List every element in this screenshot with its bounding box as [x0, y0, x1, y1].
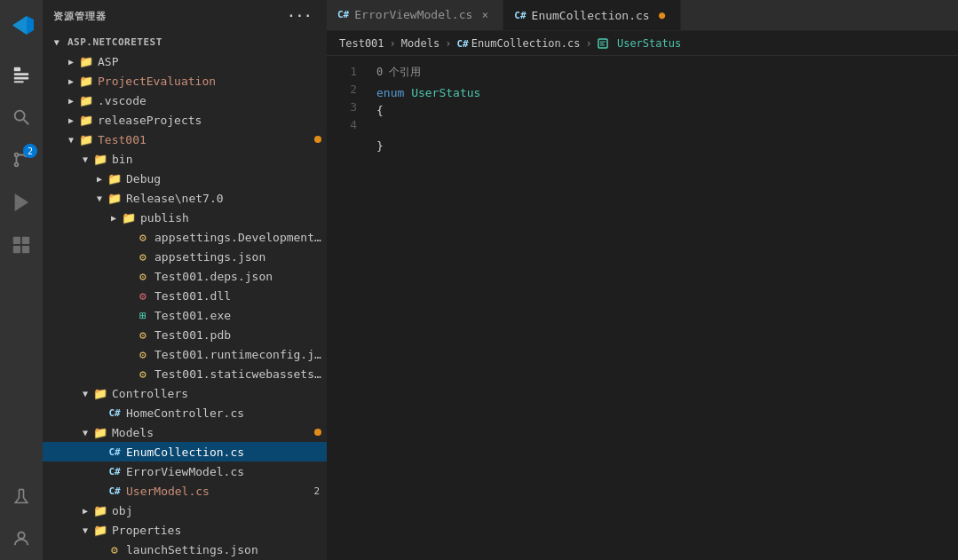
tab-enumcollection-close[interactable] [655, 8, 669, 22]
enum-keyword: enum [376, 86, 404, 99]
tree-item-errorviewmodel[interactable]: C# ErrorViewModel.cs [43, 461, 327, 481]
static-label: Test001.staticwebassets.runtime.json [154, 367, 327, 381]
breadcrumb-models[interactable]: Models [401, 37, 439, 50]
tree-item-pdb[interactable]: ⚙ Test001.pdb [43, 325, 327, 344]
search-icon[interactable] [0, 96, 43, 138]
properties-label: Properties [112, 524, 327, 537]
appsettings-label: appsettings.json [154, 250, 327, 264]
tree-item-bin[interactable]: 📁 bin [43, 149, 327, 169]
deps-icon: ⚙ [135, 270, 151, 283]
extensions-icon[interactable] [0, 224, 43, 266]
svg-rect-3 [14, 81, 24, 83]
tree-item-properties[interactable]: 📁 Properties [43, 520, 327, 540]
debug-folder-icon: 📁 [107, 172, 123, 185]
tree-item-runtime[interactable]: ⚙ Test001.runtimeconfig.json [43, 344, 327, 364]
obj-folder-icon: 📁 [92, 504, 108, 517]
controllers-label: Controllers [112, 387, 327, 400]
breadcrumb: Test001 › Models › C#EnumCollection.cs ›… [327, 31, 958, 56]
tab-errorviewmodel-close[interactable] [478, 8, 492, 22]
dll-label: Test001.dll [154, 289, 327, 303]
release-folder-icon: 📁 [107, 192, 123, 205]
obj-label: obj [112, 504, 327, 517]
explorer-icon[interactable] [0, 53, 43, 96]
root-chevron [50, 37, 64, 47]
tree-item-static[interactable]: ⚙ Test001.staticwebassets.runtime.json [43, 364, 327, 383]
tab-enumcollection-icon: C# [514, 10, 526, 21]
tree-root[interactable]: ASP.NETCORETEST [43, 32, 327, 51]
models-label: Models [112, 426, 314, 439]
bin-label: bin [112, 153, 327, 166]
enumcollection-icon: C# [107, 446, 123, 458]
bin-folder-icon: 📁 [92, 153, 108, 166]
tree-item-models[interactable]: 📁 Models [43, 422, 327, 442]
code-line-4: } [376, 138, 958, 155]
code-line-3 [376, 120, 958, 138]
tree-item-obj[interactable]: 📁 obj [43, 501, 327, 520]
sidebar-more-btn[interactable]: ··· [284, 7, 316, 25]
tree-item-launchsettings[interactable]: ⚙ launchSettings.json [43, 540, 327, 559]
projecteval-label: ProjectEvaluation [98, 75, 327, 88]
svg-point-8 [15, 154, 19, 157]
controllers-folder-icon: 📁 [92, 387, 108, 400]
userstatus-name: UserStatus [404, 86, 480, 99]
asp-label: ASP [98, 55, 327, 68]
tree-item-deps[interactable]: ⚙ Test001.deps.json [43, 266, 327, 286]
projecteval-chevron [64, 76, 78, 86]
tab-enumcollection[interactable]: C# EnumCollection.cs [503, 0, 680, 30]
static-icon: ⚙ [135, 367, 151, 381]
breadcrumb-sep1: › [390, 37, 396, 50]
source-control-icon[interactable]: 2 [0, 138, 43, 181]
breadcrumb-sep2: › [445, 37, 451, 50]
sidebar: 资源管理器 ··· ASP.NETCORETEST 📁 ASP 📁 Projec… [43, 0, 327, 560]
breadcrumb-userstatus[interactable]: UserStatus [598, 37, 681, 50]
source-control-badge: 2 [23, 144, 37, 158]
breadcrumb-test001[interactable]: Test001 [339, 37, 384, 50]
vscode-label: .vscode [98, 94, 327, 107]
ref-hint: 0 个引用 [376, 63, 958, 81]
tree-item-projecteval[interactable]: 📁 ProjectEvaluation [43, 71, 327, 91]
svg-marker-9 [16, 195, 28, 210]
models-folder-icon: 📁 [92, 426, 108, 439]
tree-item-releaseprojects[interactable]: 📁 releaseProjects [43, 110, 327, 130]
tree-item-usermodel[interactable]: C# UserModel.cs 2 [43, 481, 327, 501]
sidebar-title: 资源管理器 [53, 10, 107, 23]
tree-item-dll[interactable]: ⚙ Test001.dll [43, 286, 327, 305]
account-icon[interactable] [0, 517, 43, 560]
tree-item-homecontroller[interactable]: C# HomeController.cs [43, 403, 327, 422]
svg-point-6 [15, 163, 19, 167]
exe-icon: ⊞ [135, 309, 151, 322]
file-tree: ASP.NETCORETEST 📁 ASP 📁 ProjectEvaluatio… [43, 32, 327, 560]
tab-errorviewmodel[interactable]: C# ErrorViewModel.cs [327, 0, 503, 30]
vscode-chevron [64, 96, 78, 106]
tree-item-controllers[interactable]: 📁 Controllers [43, 383, 327, 403]
svg-point-4 [15, 111, 25, 121]
tree-item-publish[interactable]: 📁 publish [43, 208, 327, 227]
obj-chevron [78, 506, 92, 516]
runtime-label: Test001.runtimeconfig.json [154, 348, 327, 361]
flask-icon[interactable] [0, 475, 43, 517]
release-chevron [92, 193, 107, 203]
svg-rect-12 [13, 246, 20, 253]
line-numbers: 1 2 3 4 [327, 63, 369, 553]
properties-folder-icon: 📁 [92, 524, 108, 537]
tree-item-debug[interactable]: 📁 Debug [43, 169, 327, 188]
tree-item-vscode[interactable]: 📁 .vscode [43, 91, 327, 110]
tree-item-enumcollection[interactable]: C# EnumCollection.cs [43, 442, 327, 461]
tree-item-appsettings-dev[interactable]: ⚙ appsettings.Development.json [43, 227, 327, 247]
tree-item-release[interactable]: 📁 Release\net7.0 [43, 188, 327, 208]
exe-label: Test001.exe [154, 309, 327, 322]
publish-chevron [107, 213, 121, 223]
tree-item-test001[interactable]: 📁 Test001 [43, 130, 327, 149]
releaseprojects-label: releaseProjects [98, 114, 327, 127]
breadcrumb-file[interactable]: C#EnumCollection.cs [456, 37, 580, 50]
sidebar-header: 资源管理器 ··· [43, 0, 327, 32]
tab-errorviewmodel-icon: C# [337, 9, 349, 20]
homecontroller-icon: C# [107, 407, 123, 419]
tree-item-exe[interactable]: ⊞ Test001.exe [43, 305, 327, 325]
test001-dot [314, 136, 321, 143]
run-icon[interactable] [0, 181, 43, 224]
tree-item-asp[interactable]: 📁 ASP [43, 51, 327, 71]
bin-chevron [78, 154, 92, 164]
tree-item-appsettings[interactable]: ⚙ appsettings.json [43, 247, 327, 266]
vscode-logo [0, 4, 43, 46]
